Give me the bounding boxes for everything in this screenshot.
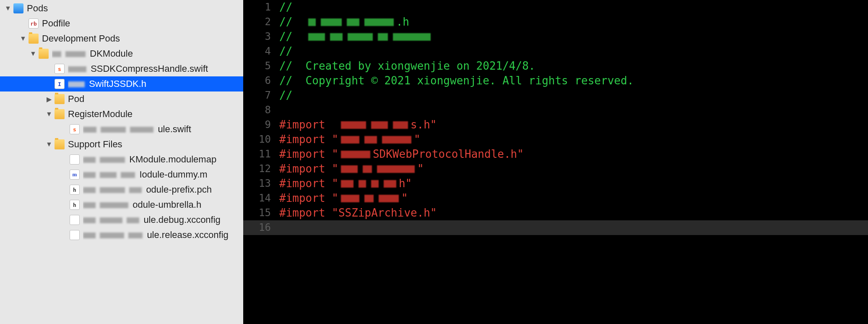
tree-group-pod-inner[interactable]: ▶ Pod — [0, 91, 243, 107]
chevron-down-icon[interactable]: ▼ — [4, 5, 12, 12]
redacted-segment — [321, 18, 342, 26]
comment-prefix: // — [279, 15, 306, 29]
redacted-segment — [364, 136, 377, 144]
code-text: // — [279, 0, 292, 15]
redacted-segment — [347, 18, 359, 26]
code-line[interactable]: 3 // — [243, 29, 868, 44]
string-quote: " — [332, 176, 338, 191]
code-line[interactable]: 7 // — [243, 88, 868, 103]
tree-file-dummy-m[interactable]: m Iodule-dummy.m — [0, 167, 243, 182]
folder-icon — [39, 49, 49, 59]
redacted-segment — [330, 33, 343, 41]
tree-file-release-xcconfig[interactable]: ule.release.xcconfig — [0, 227, 243, 243]
import-keyword: #import — [279, 147, 332, 162]
comment-prefix: // — [279, 29, 306, 44]
tree-label: KModule.modulemap — [83, 154, 243, 165]
chevron-right-icon[interactable]: ▶ — [45, 95, 53, 103]
label-text: Iodule-dummy.m — [139, 169, 207, 180]
redacted-segment — [379, 195, 399, 202]
line-number: 7 — [243, 88, 279, 103]
tree-label: Pod — [68, 94, 243, 105]
code-line[interactable]: 9 #import s.h" — [243, 118, 868, 132]
folder-icon — [29, 34, 39, 44]
line-number: 15 — [243, 206, 279, 220]
tree-group-support-files[interactable]: ▼ Support Files — [0, 137, 243, 152]
code-text: // .h — [279, 15, 409, 29]
chevron-down-icon[interactable]: ▼ — [45, 110, 53, 118]
code-line[interactable]: 10 #import " " — [243, 132, 868, 147]
label-text: ule.release.xcconfig — [147, 230, 228, 240]
string-suffix: " — [401, 191, 408, 206]
project-navigator[interactable]: ▼ Pods rb Podfile ▼ Development Pods ▼ — [0, 0, 243, 324]
code-line[interactable]: 12 #import " " — [243, 162, 868, 176]
line-number: 10 — [243, 132, 279, 147]
line-number: 14 — [243, 191, 279, 206]
code-line-current[interactable]: 16 — [243, 220, 868, 235]
line-number: 9 — [243, 118, 279, 132]
string-quote: " — [332, 162, 338, 176]
tree-file-prefix-pch[interactable]: h odule-prefix.pch — [0, 182, 243, 197]
string-suffix: SDKWebProtocolHandle.h" — [373, 147, 524, 162]
tree-file-debug-xcconfig[interactable]: ule.debug.xcconfig — [0, 212, 243, 227]
redacted-segment — [341, 136, 359, 144]
chevron-down-icon[interactable]: ▼ — [19, 35, 27, 42]
code-line[interactable]: 14 #import " " — [243, 191, 868, 206]
redacted-segment — [341, 180, 353, 188]
redacted-segment — [68, 81, 85, 87]
tree-group-register-module[interactable]: ▼ RegisterModule — [0, 107, 243, 122]
code-text: #import " " — [279, 191, 408, 206]
redacted-segment — [121, 172, 135, 178]
redacted-segment — [101, 127, 126, 133]
code-line[interactable]: 5 // Created by xiongwenjie on 2021/4/8. — [243, 59, 868, 73]
tree-file-swiftjssdk[interactable]: I SwiftJSSDK.h — [0, 76, 243, 91]
import-keyword: #import — [279, 118, 332, 132]
code-editor[interactable]: 1 // 2 // .h 3 // — [243, 0, 868, 324]
code-text: #import " SDKWebProtocolHandle.h" — [279, 147, 524, 162]
tree-file-podfile[interactable]: rb Podfile — [0, 16, 243, 31]
code-line[interactable]: 8 — [243, 103, 868, 118]
tree-label: Iodule-dummy.m — [83, 169, 243, 180]
swift-file-icon: s — [70, 124, 80, 134]
tree-label: Development Pods — [42, 33, 243, 44]
tree-label: ule.swift — [83, 124, 243, 135]
chevron-down-icon[interactable]: ▼ — [45, 141, 53, 148]
code-line[interactable]: 2 // .h — [243, 15, 868, 29]
tree-group-development-pods[interactable]: ▼ Development Pods — [0, 31, 243, 46]
string-quote: " — [332, 191, 338, 206]
code-text: #import "SSZipArchive.h" — [279, 206, 437, 220]
tree-group-pods[interactable]: ▼ Pods — [0, 1, 243, 16]
line-number: 11 — [243, 147, 279, 162]
tree-file-umbrella-h[interactable]: h odule-umbrella.h — [0, 197, 243, 212]
string-suffix: s.h" — [411, 118, 437, 132]
code-line[interactable]: 1 // — [243, 0, 868, 15]
chevron-down-icon[interactable]: ▼ — [29, 50, 37, 57]
import-keyword: #import — [279, 191, 332, 206]
header-file-icon: I — [55, 79, 65, 89]
code-line[interactable]: 13 #import " h" — [243, 176, 868, 191]
code-line[interactable]: 6 // Copyright © 2021 xiongwenjie. All r… — [243, 73, 868, 88]
redacted-segment — [393, 121, 408, 129]
label-text: odule-prefix.pch — [146, 184, 212, 195]
tree-file-compress-handle[interactable]: s SSDKCompressHandle.swift — [0, 61, 243, 76]
tree-group-dkmodule[interactable]: ▼ DKModule — [0, 46, 243, 61]
redacted-segment — [83, 172, 96, 178]
redacted-segment — [359, 180, 366, 188]
line-number: 2 — [243, 15, 279, 29]
line-number: 4 — [243, 44, 279, 59]
xcconfig-file-icon — [70, 215, 80, 225]
redacted-segment — [382, 136, 411, 144]
tree-label: ule.debug.xcconfig — [83, 214, 243, 225]
redacted-segment — [341, 151, 370, 158]
code-line[interactable]: 11 #import " SDKWebProtocolHandle.h" — [243, 147, 868, 162]
tree-label: SwiftJSSDK.h — [68, 78, 243, 89]
code-text: // — [279, 88, 292, 103]
redacted-segment — [130, 127, 153, 133]
swift-file-icon: s — [55, 64, 65, 74]
code-text: #import " " — [279, 162, 424, 176]
tree-file-modulemap[interactable]: KModule.modulemap — [0, 152, 243, 167]
code-line[interactable]: 15 #import "SSZipArchive.h" — [243, 206, 868, 220]
code-line[interactable]: 4 // — [243, 44, 868, 59]
line-number: 3 — [243, 29, 279, 44]
tree-file-register-swift[interactable]: s ule.swift — [0, 122, 243, 137]
redacted-segment — [364, 18, 394, 26]
